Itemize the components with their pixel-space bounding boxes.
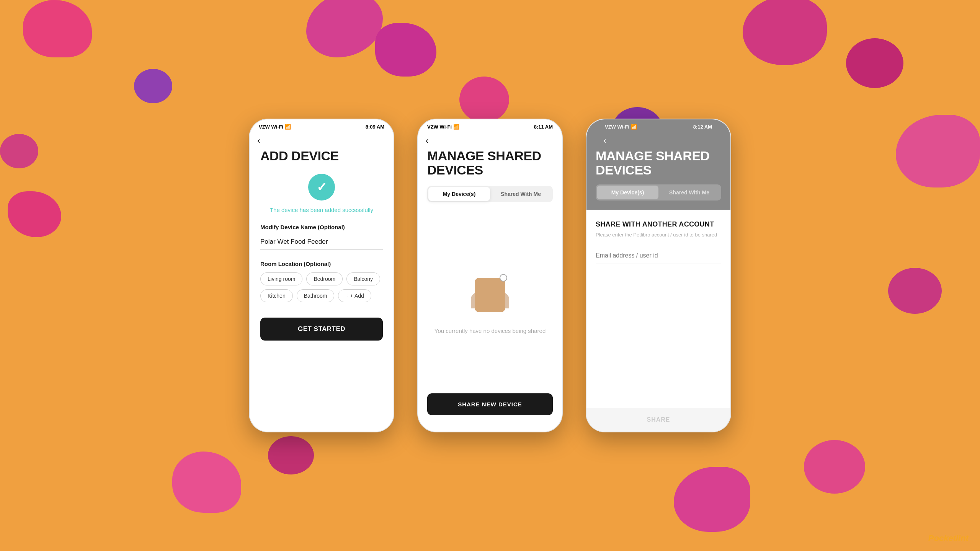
phone-add-device: VZW Wi-Fi 📶 8:09 AM ‹ ADD DEVICE ✓ The d… xyxy=(249,119,394,432)
checkmark-icon: ✓ xyxy=(317,180,327,194)
phone1-content: ADD DEVICE ✓ The device has been added s… xyxy=(250,149,394,341)
phone1-carrier: VZW Wi-Fi xyxy=(259,124,283,130)
bg-blob-13 xyxy=(896,115,980,187)
phone2-carrier: VZW Wi-Fi xyxy=(427,124,452,130)
phone3-wifi-icon: 📶 xyxy=(631,124,637,130)
add-label: + Add xyxy=(350,293,364,299)
share-subtitle: Please enter the Petlibro account / user… xyxy=(596,231,721,238)
phone2-status-bar: VZW Wi-Fi 📶 8:11 AM xyxy=(418,119,562,133)
phone1-page-title: ADD DEVICE xyxy=(260,149,383,163)
room-chip-living-room[interactable]: Living room xyxy=(260,272,302,285)
phone1-status-bar: VZW Wi-Fi 📶 8:09 AM xyxy=(250,119,394,133)
share-new-device-button[interactable]: SHARE NEW DEVICE xyxy=(427,393,553,415)
email-input[interactable] xyxy=(596,248,721,264)
phone3-top-section: VZW Wi-Fi 📶 8:12 AM ‹ MANAGE SHARED DEVI… xyxy=(586,119,730,210)
room-chip-bathroom[interactable]: Bathroom xyxy=(297,289,335,302)
phone1-wifi-icon: 📶 xyxy=(285,124,291,130)
phone1-back-button[interactable]: ‹ xyxy=(250,133,394,149)
bg-blob-14 xyxy=(888,268,942,314)
bg-blob-2 xyxy=(306,0,383,57)
share-with-account-title: SHARE WITH ANOTHER ACCOUNT xyxy=(596,220,721,228)
bg-blob-6 xyxy=(846,38,903,88)
device-name-input[interactable] xyxy=(260,234,383,250)
phone2-content: MANAGE SHARED DEVICES My Device(s) Share… xyxy=(418,149,562,423)
bg-blob-3 xyxy=(375,23,436,77)
phone2-inner: VZW Wi-Fi 📶 8:11 AM ‹ MANAGE SHARED DEVI… xyxy=(418,119,562,432)
feeder-circle-icon xyxy=(500,274,507,282)
bg-blob-4 xyxy=(459,77,509,122)
bg-blob-15 xyxy=(134,69,172,103)
bg-blob-10 xyxy=(268,436,314,474)
phone1-inner: VZW Wi-Fi 📶 8:09 AM ‹ ADD DEVICE ✓ The d… xyxy=(250,119,394,432)
watermark-highlight: P xyxy=(928,533,934,543)
room-chips-container: Living room Bedroom Balcony Kitchen Bath… xyxy=(260,272,383,302)
empty-state-text: You currently have no devices being shar… xyxy=(434,328,546,334)
phone3-back-button[interactable]: ‹ xyxy=(596,133,721,149)
tab-my-devices[interactable]: My Device(s) xyxy=(428,187,490,201)
room-chip-add[interactable]: + + Add xyxy=(338,289,371,302)
bg-blob-1 xyxy=(23,0,92,57)
phone3-carrier: VZW Wi-Fi xyxy=(605,124,629,130)
phone-share-account: VZW Wi-Fi 📶 8:12 AM ‹ MANAGE SHARED DEVI… xyxy=(586,119,731,432)
bg-blob-5 xyxy=(743,0,827,65)
bg-blob-9 xyxy=(172,452,241,513)
phone2-page-title: MANAGE SHARED DEVICES xyxy=(427,149,553,178)
share-button[interactable]: SHARE xyxy=(586,408,730,432)
phone3-tab-my-devices[interactable]: My Device(s) xyxy=(597,186,658,199)
get-started-button[interactable]: GET STARTED xyxy=(260,318,383,341)
phone3-inner: VZW Wi-Fi 📶 8:12 AM ‹ MANAGE SHARED DEVI… xyxy=(586,119,730,432)
phone2-status-left: VZW Wi-Fi 📶 xyxy=(427,124,459,130)
device-name-label: Modify Device Name (Optional) xyxy=(260,224,383,230)
phone2-time: 8:11 AM xyxy=(534,124,553,130)
success-circle: ✓ xyxy=(308,174,335,201)
feeder-illustration xyxy=(465,270,515,320)
bg-blob-8 xyxy=(8,191,61,237)
phone3-bottom-section: SHARE WITH ANOTHER ACCOUNT Please enter … xyxy=(586,210,730,279)
bg-blob-7 xyxy=(0,134,38,168)
phone-manage-shared: VZW Wi-Fi 📶 8:11 AM ‹ MANAGE SHARED DEVI… xyxy=(417,119,563,432)
watermark-text: ocketlint xyxy=(934,533,969,543)
empty-state: You currently have no devices being shar… xyxy=(427,211,553,393)
bg-blob-11 xyxy=(674,467,750,532)
phone2-tab-bar: My Device(s) Shared With Me xyxy=(427,186,553,202)
phone1-time: 8:09 AM xyxy=(366,124,384,130)
phone3-tab-bar: My Device(s) Shared With Me xyxy=(596,184,721,201)
success-message: The device has been added successfully xyxy=(260,207,383,213)
room-chip-kitchen[interactable]: Kitchen xyxy=(260,289,293,302)
room-chip-balcony[interactable]: Balcony xyxy=(346,272,380,285)
room-chip-bedroom[interactable]: Bedroom xyxy=(306,272,343,285)
feeder-body xyxy=(475,278,505,312)
room-location-label: Room Location (Optional) xyxy=(260,261,383,267)
tab-shared-with-me[interactable]: Shared With Me xyxy=(490,187,552,201)
phones-container: VZW Wi-Fi 📶 8:09 AM ‹ ADD DEVICE ✓ The d… xyxy=(249,119,731,432)
phone3-tab-shared-with-me[interactable]: Shared With Me xyxy=(658,186,720,199)
phone3-time: 8:12 AM xyxy=(693,124,712,130)
watermark: Pocketlint xyxy=(928,533,969,543)
phone3-status-left: VZW Wi-Fi 📶 xyxy=(605,124,637,130)
phone2-title-text: MANAGE SHARED DEVICES xyxy=(427,148,541,177)
success-icon-container: ✓ xyxy=(260,174,383,201)
phone3-status-bar: VZW Wi-Fi 📶 8:12 AM xyxy=(596,119,721,133)
phone2-back-button[interactable]: ‹ xyxy=(418,133,562,149)
phone3-page-title: MANAGE SHARED DEVICES xyxy=(596,149,721,178)
phone1-status-left: VZW Wi-Fi 📶 xyxy=(259,124,291,130)
plus-icon: + xyxy=(345,293,348,299)
bg-blob-12 xyxy=(804,440,865,494)
phone2-wifi-icon: 📶 xyxy=(453,124,459,130)
